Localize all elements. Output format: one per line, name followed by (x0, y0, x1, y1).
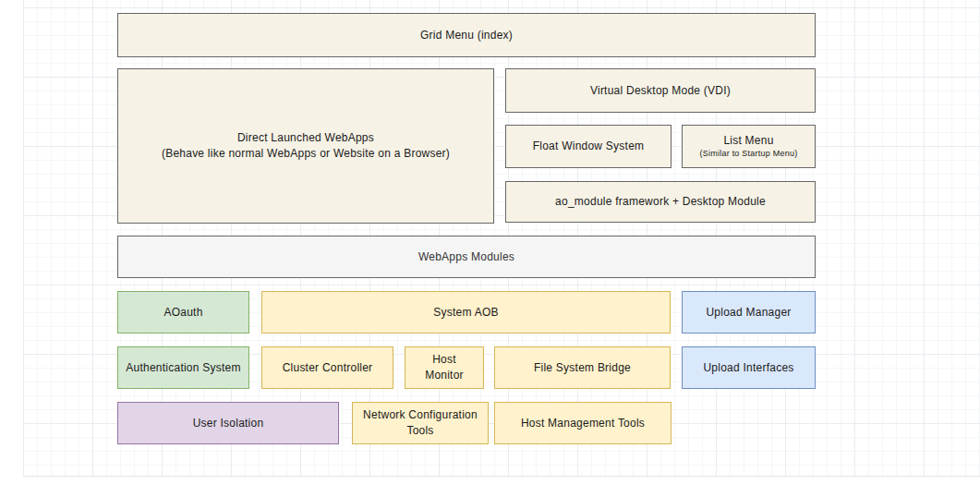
diagram-box-float-window-system: Float Window System (505, 125, 671, 168)
diagram-box-virtual-desktop-mode: Virtual Desktop Mode (VDI) (505, 68, 816, 113)
diagram-box-cluster-controller: Cluster Controller (261, 346, 393, 389)
box-label: Authentication System (126, 360, 240, 376)
box-label: Cluster Controller (283, 360, 373, 376)
box-label: Float Window System (533, 139, 645, 154)
diagram-box-upload-manager: Upload Manager (682, 291, 816, 333)
box-label: Host Monitor (413, 352, 476, 383)
box-label: Upload Interfaces (703, 360, 793, 376)
box-label: System AOB (433, 305, 498, 321)
box-label: User Isolation (193, 416, 264, 431)
box-label: WebApps Modules (418, 249, 514, 265)
box-sublabel: (Behave like normal WebApps or Website o… (162, 146, 450, 162)
diagram-box-authentication-system: Authentication System (117, 346, 249, 389)
diagram-box-user-isolation: User Isolation (117, 402, 339, 444)
box-label: AOauth (163, 305, 202, 321)
diagram-box-aoauth: AOauth (117, 291, 249, 333)
diagram-box-webapps-modules: WebApps Modules (117, 236, 816, 278)
diagram-box-host-management-tools: Host Management Tools (494, 402, 671, 444)
box-label: Network Configuration Tools (360, 407, 480, 439)
box-label: Upload Manager (706, 305, 791, 321)
diagram-box-upload-interfaces: Upload Interfaces (682, 346, 816, 389)
diagram-box-grid-menu: Grid Menu (index) (117, 13, 816, 57)
diagram-box-file-system-bridge: File System Bridge (494, 346, 671, 389)
box-label: Direct Launched WebApps (237, 130, 374, 146)
diagram-box-list-menu: List Menu (Similar to Startup Menu) (682, 125, 816, 168)
diagram-box-host-monitor: Host Monitor (405, 346, 484, 389)
diagram-box-system-aob: System AOB (261, 291, 671, 333)
box-label: Virtual Desktop Mode (VDI) (590, 83, 731, 99)
box-label: Host Management Tools (521, 416, 645, 431)
box-label: List Menu (723, 133, 773, 149)
canvas-left-margin (0, 0, 23, 485)
box-label: File System Bridge (534, 360, 631, 376)
box-label: Grid Menu (index) (420, 28, 513, 43)
diagram-box-direct-launched-webapps: Direct Launched WebApps (Behave like nor… (117, 68, 494, 224)
diagram-box-network-configuration-tools: Network Configuration Tools (352, 402, 489, 444)
box-label: ao_module framework + Desktop Module (555, 194, 766, 210)
diagram-box-ao-module-framework: ao_module framework + Desktop Module (505, 181, 816, 223)
box-sublabel: (Similar to Startup Menu) (699, 149, 797, 160)
